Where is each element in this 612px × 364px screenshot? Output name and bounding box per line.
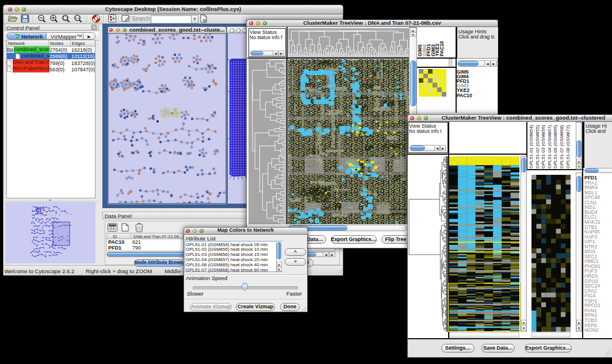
- svg-text:GPL51-08 (GSM872): GPL51-08 (GSM872): [565, 125, 571, 168]
- svg-text:GPL51-06 (GSM865): GPL51-06 (GSM865): [553, 125, 558, 168]
- svg-text:GPL51-07 (GSM868): GPL51-07 (GSM868): [559, 125, 564, 168]
- svg-text:1:1: 1:1: [75, 16, 80, 20]
- svg-text:GPL51-01 (GSM854): GPL51-01 (GSM854): [529, 125, 534, 168]
- svg-text:GPL51-02 (GSM855): GPL51-02 (GSM855): [535, 125, 540, 168]
- svg-text:GPL51-04 (GSM857): GPL51-04 (GSM857): [547, 125, 552, 168]
- svg-text:GPL51-03 (GSM856): GPL51-03 (GSM856): [541, 125, 546, 168]
- svg-text:PAC10: PAC10: [439, 41, 445, 56]
